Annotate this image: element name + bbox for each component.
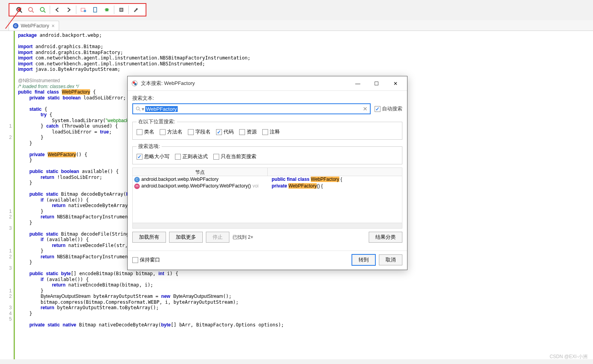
- search-icon[interactable]: [13, 5, 25, 15]
- toolbar: [0, 0, 593, 20]
- svg-point-2: [17, 7, 21, 11]
- search-options-group: 搜索选项: 忽略大小写正则表达式只在当前页搜索: [132, 143, 402, 164]
- checkbox-方法名[interactable]: 方法名: [160, 128, 182, 135]
- load-more-button[interactable]: 加载更多: [169, 232, 203, 243]
- tab-webpfactory[interactable]: C WebPFactory ×: [9, 21, 59, 31]
- search-input-field[interactable]: [178, 106, 363, 112]
- app-icon: [132, 80, 138, 86]
- clear-icon[interactable]: ✕: [363, 106, 368, 112]
- results-header: 节点: [132, 168, 402, 176]
- minimize-icon[interactable]: —: [350, 79, 366, 88]
- close-icon[interactable]: ✕: [388, 79, 403, 88]
- keep-window-checkbox[interactable]: 保持窗口: [132, 256, 160, 263]
- svg-line-3: [20, 11, 22, 13]
- checkbox-代码[interactable]: 代码: [216, 128, 234, 135]
- result-row[interactable]: Candroid.backport.webp.WebPFactorypublic…: [133, 176, 402, 183]
- column-node: 节点: [133, 168, 268, 176]
- search-location-group: 在以下位置搜索: 类名方法名字段名代码资源注释: [132, 118, 402, 140]
- forward-icon[interactable]: [63, 5, 75, 15]
- load-all-button[interactable]: 加载所有: [132, 232, 166, 243]
- found-count: 已找到 2+: [233, 234, 253, 241]
- fieldset-legend: 搜索选项:: [137, 143, 162, 150]
- device-icon[interactable]: [89, 5, 101, 15]
- checkbox-icon: [132, 257, 138, 263]
- checkbox-正则表达式[interactable]: 正则表达式: [175, 153, 208, 160]
- class-icon: C: [13, 23, 18, 29]
- column-code: [268, 168, 402, 176]
- stop-button[interactable]: 停止: [206, 232, 229, 243]
- config-icon[interactable]: [78, 5, 89, 15]
- list-icon[interactable]: [115, 5, 127, 15]
- svg-point-4: [29, 7, 32, 11]
- checkbox-只在当前页搜索[interactable]: 只在当前页搜索: [213, 153, 256, 160]
- back-icon[interactable]: [51, 5, 63, 15]
- svg-point-21: [134, 83, 137, 85]
- wrench-icon[interactable]: [130, 5, 142, 15]
- svg-point-22: [136, 107, 139, 110]
- watermark: CSDN @EXI-小洲: [550, 353, 588, 360]
- checkbox-注释[interactable]: 注释: [262, 128, 280, 135]
- svg-line-23: [139, 110, 141, 111]
- result-row[interactable]: mandroid.backport.webp.WebPFactory.WebPF…: [133, 183, 402, 189]
- bug-icon[interactable]: [101, 5, 113, 15]
- cancel-button[interactable]: 取消: [379, 254, 402, 265]
- checkbox-资源[interactable]: 资源: [239, 128, 257, 135]
- checkbox-类名[interactable]: 类名: [137, 128, 154, 135]
- result-group-button[interactable]: 结果分类: [369, 232, 402, 243]
- search-prev-icon[interactable]: [25, 5, 37, 15]
- svg-line-5: [32, 11, 34, 13]
- svg-rect-10: [94, 7, 97, 12]
- close-icon[interactable]: ×: [51, 23, 54, 29]
- dialog-title: 文本搜索: WebPFactory: [141, 80, 347, 87]
- checkbox-icon: [375, 106, 380, 112]
- results-list[interactable]: Candroid.backport.webp.WebPFactorypublic…: [132, 176, 402, 223]
- maximize-icon[interactable]: ☐: [369, 79, 384, 88]
- tab-label: WebPFactory: [21, 23, 49, 29]
- search-input-wrap: ▾ WebPFactory ✕: [132, 103, 371, 114]
- auto-search-checkbox[interactable]: 自动搜索: [375, 105, 402, 112]
- results-scrollbar[interactable]: [132, 223, 402, 229]
- search-icon: [135, 106, 141, 112]
- text-search-dialog: 文本搜索: WebPFactory — ☐ ✕ 搜索文本: ▾ WebPFact…: [127, 76, 407, 270]
- svg-line-7: [44, 11, 45, 13]
- svg-point-9: [84, 10, 86, 12]
- editor-tabstrip: C WebPFactory ×: [0, 20, 593, 31]
- search-input[interactable]: WebPFactory: [145, 106, 178, 112]
- checkbox-字段名[interactable]: 字段名: [188, 128, 211, 135]
- goto-button[interactable]: 转到: [351, 254, 376, 266]
- checkbox-忽略大小写[interactable]: 忽略大小写: [137, 153, 169, 160]
- svg-point-6: [40, 7, 44, 11]
- dialog-titlebar: 文本搜索: WebPFactory — ☐ ✕: [128, 76, 407, 91]
- search-label: 搜索文本:: [132, 95, 402, 102]
- search-next-icon[interactable]: [37, 5, 49, 15]
- fieldset-legend: 在以下位置搜索:: [137, 118, 177, 125]
- toolbar-highlight-box: [9, 3, 146, 16]
- gutter: 1212312312345: [0, 31, 14, 359]
